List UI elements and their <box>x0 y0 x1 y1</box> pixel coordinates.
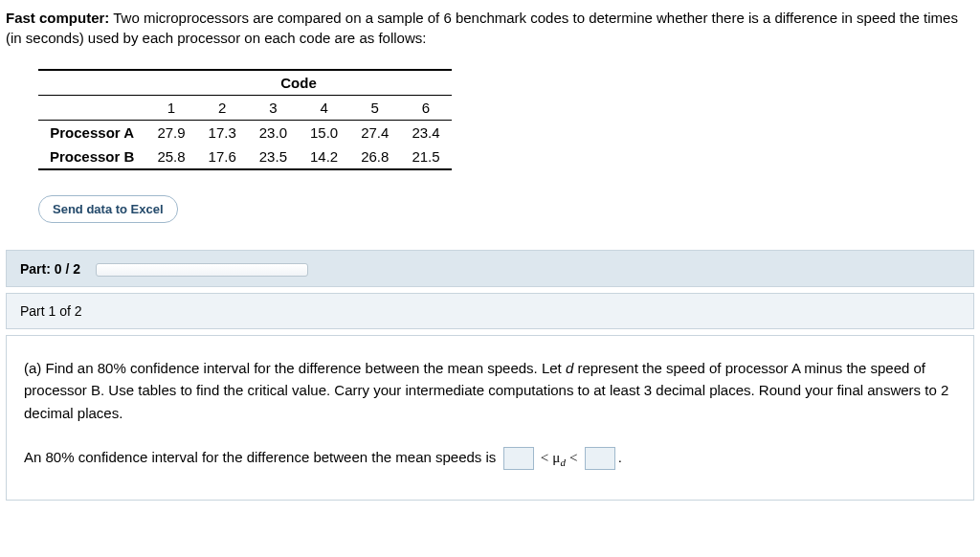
cell: 23.4 <box>400 121 451 145</box>
intro-rest: Two microprocessors are compared on a sa… <box>6 10 958 46</box>
cell: 14.2 <box>299 145 349 169</box>
col-head: 4 <box>299 96 349 121</box>
cell: 17.3 <box>197 121 248 145</box>
answer-input-upper[interactable] <box>585 447 615 470</box>
progress-label: Part: 0 / 2 <box>20 261 80 277</box>
row-label: Processor B <box>38 145 145 169</box>
question-text: (a) Find an 80% confidence interval for … <box>24 357 956 424</box>
send-to-excel-button[interactable]: Send data to Excel <box>38 195 178 223</box>
col-head: 1 <box>145 96 196 121</box>
cell: 15.0 <box>299 121 349 145</box>
lt-sign: < <box>541 450 548 465</box>
answer-lead: An 80% confidence interval for the diffe… <box>24 449 496 465</box>
cell: 27.4 <box>349 121 400 145</box>
col-head: 6 <box>400 96 451 121</box>
col-head: 3 <box>248 96 299 121</box>
col-head: 5 <box>349 96 400 121</box>
answer-line: An 80% confidence interval for the diffe… <box>24 446 956 471</box>
row-label: Processor A <box>38 121 145 145</box>
cell: 26.8 <box>349 145 400 169</box>
mu-symbol: μd <box>552 450 566 465</box>
cell: 23.5 <box>248 145 299 169</box>
data-table-container: Code 1 2 3 4 5 6 Processor A 27.9 17.3 2… <box>38 69 980 170</box>
period: . <box>618 449 622 465</box>
cell: 25.8 <box>145 145 196 169</box>
cell: 27.9 <box>145 121 196 145</box>
problem-intro: Fast computer: Two microprocessors are c… <box>0 0 980 59</box>
intro-bold: Fast computer: <box>6 10 109 26</box>
question-body: (a) Find an 80% confidence interval for … <box>6 335 974 501</box>
table-header-code: Code <box>145 70 451 96</box>
data-table: Code 1 2 3 4 5 6 Processor A 27.9 17.3 2… <box>38 69 452 170</box>
progress-bar <box>96 263 308 277</box>
lt-sign: < <box>569 450 577 465</box>
cell: 17.6 <box>197 145 248 169</box>
answer-input-lower[interactable] <box>503 447 534 470</box>
part-header: Part 1 of 2 <box>6 293 974 329</box>
col-head: 2 <box>197 96 248 121</box>
cell: 23.0 <box>248 121 299 145</box>
progress-bar-section: Part: 0 / 2 <box>6 250 974 287</box>
cell: 21.5 <box>400 145 451 169</box>
